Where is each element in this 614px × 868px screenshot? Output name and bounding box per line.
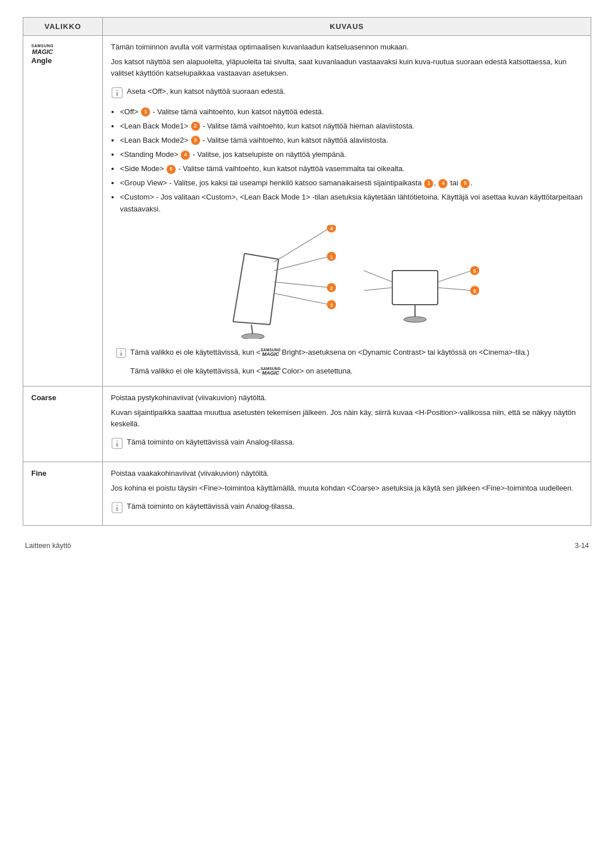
angle-diagram: 4 1 2 3 (111, 225, 583, 339)
coarse-note: Tämä toiminto on käytettävissä vain Anal… (111, 437, 583, 453)
list-item: <Off> 1 - Valitse tämä vaihtoehto, kun k… (120, 106, 583, 118)
main-content-table: VALIKKO KUVAUS SAMSUNG MAGIC Angle Tämän… (23, 17, 591, 526)
coarse-note-icon (111, 437, 123, 450)
table-row: Coarse Poistaa pystykohinaviivat (viivak… (23, 386, 591, 462)
svg-point-36 (117, 441, 118, 442)
header-desc: KUVAUS (103, 18, 591, 36)
fine-intro1: Poistaa vaakakohinaviivat (viivakuvion) … (111, 468, 583, 479)
menu-cell-angle: SAMSUNG MAGIC Angle (23, 36, 103, 387)
coarse-label: Coarse (31, 393, 56, 402)
menu-cell-coarse: Coarse (23, 386, 103, 462)
circle-1b: 1 (424, 179, 433, 188)
table-row: Fine Poistaa vaakakohinaviivat (viivakuv… (23, 462, 591, 525)
svg-line-4 (244, 254, 279, 259)
circle-3: 3 (191, 136, 200, 145)
right-monitor: 5 5 (364, 266, 479, 322)
svg-rect-2 (117, 92, 118, 96)
left-monitor: 4 1 2 3 (233, 225, 336, 339)
circle-1: 1 (141, 107, 150, 117)
coarse-note-text: Tämä toiminto on käytettävissä vain Anal… (127, 437, 294, 448)
sub-note-2: Tämä valikko ei ole käytettävissä, kun <… (130, 366, 583, 377)
list-item: <Side Mode> 5 - Valitse tämä vaihtoehto,… (120, 163, 583, 175)
svg-text:5: 5 (473, 288, 476, 294)
circle-4b: 4 (438, 179, 447, 188)
svg-rect-40 (117, 507, 118, 511)
svg-point-23 (404, 317, 426, 322)
svg-line-3 (233, 254, 244, 322)
svg-rect-37 (117, 443, 118, 447)
sub-note-1: Tämä valikko ei ole käytettävissä, kun <… (115, 347, 583, 362)
angle-note-text: Aseta <Off>, kun katsot näyttöä suoraan … (127, 86, 285, 97)
fine-note-icon (111, 501, 123, 514)
footer-right: 3-14 (575, 542, 589, 550)
svg-point-1 (117, 90, 118, 91)
svg-line-27 (438, 288, 472, 290)
coarse-intro2: Kuvan sijaintipaikka saattaa muuttua ase… (111, 407, 583, 430)
circle-4: 4 (181, 151, 190, 160)
header-menu: VALIKKO (23, 18, 103, 36)
svg-line-26 (438, 271, 472, 282)
circle-2: 2 (191, 122, 200, 131)
svg-text:3: 3 (330, 302, 333, 308)
angle-bullet-list: <Off> 1 - Valitse tämä vaihtoehto, kun k… (120, 106, 583, 215)
svg-line-12 (274, 293, 330, 305)
table-row: SAMSUNG MAGIC Angle Tämän toiminnon avul… (23, 36, 591, 387)
samsung-magic-angle-label: SAMSUNG MAGIC Angle (31, 41, 94, 67)
svg-text:1: 1 (330, 254, 333, 260)
list-item: <Group View> - Valitse, jos kaksi tai us… (120, 177, 583, 189)
angle-note-main: Aseta <Off>, kun katsot näyttöä suoraan … (111, 86, 583, 102)
list-item: <Lean Back Mode1> 2 - Valitse tämä vaiht… (120, 121, 583, 132)
svg-line-5 (270, 259, 279, 325)
list-item: <Lean Back Mode2> 3 - Valitse tämä vaiht… (120, 135, 583, 146)
svg-line-6 (233, 322, 270, 325)
svg-line-24 (364, 271, 392, 282)
note-icon (111, 86, 123, 99)
samsung-magic-logo: SAMSUNG MAGIC (31, 44, 53, 55)
svg-rect-34 (121, 352, 122, 356)
desc-cell-angle: Tämän toiminnon avulla voit varmistaa op… (103, 36, 591, 387)
svg-line-11 (274, 282, 330, 288)
svg-point-8 (242, 334, 264, 339)
restriction-icon-1 (115, 347, 127, 359)
fine-intro2: Jos kohina ei poistu täysin <Fine>-toimi… (111, 483, 583, 494)
svg-text:4: 4 (330, 226, 333, 231)
fine-label: Fine (31, 469, 47, 477)
fine-note: Tämä toiminto on käytettävissä vain Anal… (111, 501, 583, 517)
list-item: <Standing Mode> 4 - Valitse, jos katselu… (120, 149, 583, 160)
angle-intro1: Tämän toiminnon avulla voit varmistaa op… (111, 41, 583, 53)
svg-line-9 (274, 228, 330, 262)
circle-5b: 5 (460, 179, 470, 188)
desc-cell-fine: Poistaa vaakakohinaviivat (viivakuvion) … (103, 462, 591, 525)
circle-5: 5 (167, 165, 176, 174)
angle-intro2: Jos katsot näyttöä sen alapuolelta, yläp… (111, 56, 583, 79)
svg-rect-21 (392, 271, 438, 305)
menu-cell-fine: Fine (23, 462, 103, 525)
fine-note-text: Tämä toiminto on käytettävissä vain Anal… (127, 501, 294, 512)
page-footer: Laitteen käyttö 3-14 (23, 542, 591, 550)
svg-point-33 (121, 350, 122, 351)
svg-text:2: 2 (330, 285, 333, 291)
desc-cell-coarse: Poistaa pystykohinaviivat (viivakuvion) … (103, 386, 591, 462)
footer-left: Laitteen käyttö (25, 542, 71, 550)
angle-sub-notes: Tämä valikko ei ole käytettävissä, kun <… (115, 347, 583, 377)
svg-line-25 (364, 288, 392, 290)
angle-diagram-svg: 4 1 2 3 (188, 225, 506, 339)
svg-text:5: 5 (473, 268, 476, 274)
svg-point-39 (117, 505, 118, 506)
svg-line-10 (274, 256, 330, 271)
list-item: <Custom> - Jos valitaan <Custom>, <Lean … (120, 192, 583, 214)
coarse-intro1: Poistaa pystykohinaviivat (viivakuvion) … (111, 392, 583, 404)
